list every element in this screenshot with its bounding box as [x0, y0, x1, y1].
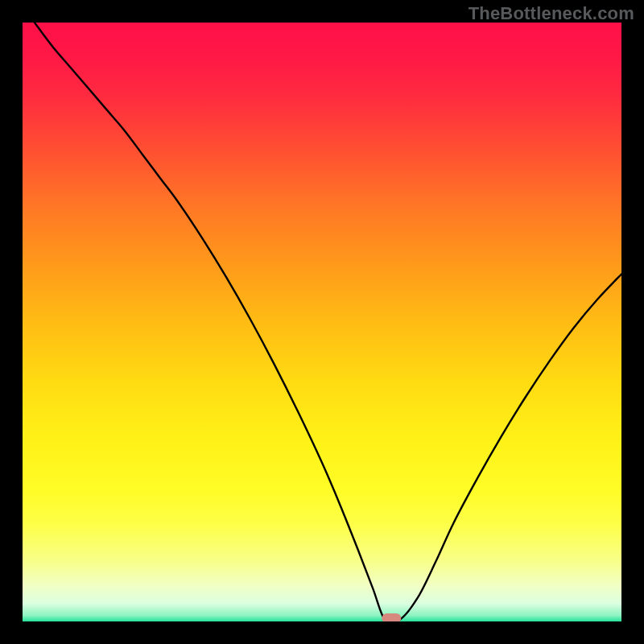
plot-svg [23, 23, 621, 621]
chart-frame: TheBottleneck.com [0, 0, 644, 644]
watermark-text: TheBottleneck.com [469, 3, 634, 24]
optimal-marker [382, 613, 401, 621]
plot-area [23, 23, 621, 621]
gradient-background [23, 23, 621, 621]
